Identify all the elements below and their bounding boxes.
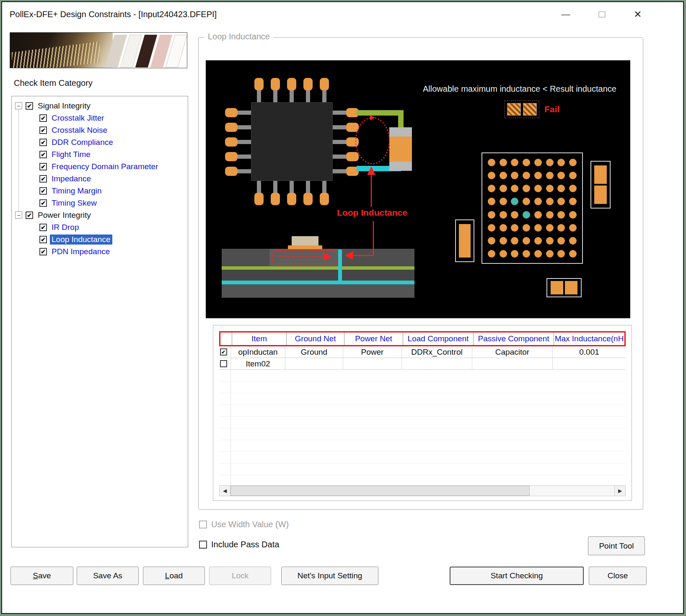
tree-item-label[interactable]: Impedance (50, 174, 93, 184)
checkbox-ir-drop[interactable]: ✔ (39, 224, 47, 231)
checkbox-pdn-impedance[interactable]: ✔ (39, 248, 47, 255)
pin-pad (225, 137, 238, 147)
pin-lead (333, 155, 346, 159)
table-row[interactable]: Item02 (219, 358, 626, 370)
tree-item-signal-integrity[interactable]: − ✔ Signal Integrity (12, 100, 188, 112)
tree-item-label[interactable]: DDR Compliance (50, 137, 115, 147)
checkbox-power-integrity[interactable]: ✔ (26, 211, 33, 219)
tree-item-crosstalk-noise[interactable]: ✔ Crosstalk Noise (12, 124, 188, 136)
ic-pins-top (254, 78, 329, 102)
tree-item-ddr-compliance[interactable]: ✔ DDR Compliance (12, 136, 188, 148)
save-as-button[interactable]: Save As (77, 567, 139, 585)
check-icon: ✔ (27, 103, 32, 109)
table-row[interactable]: ✔ opInductan Ground Power DDRx_Control C… (219, 346, 626, 358)
tree-item-impedance[interactable]: ✔ Impedance (12, 173, 188, 185)
close-button[interactable]: ✕ (626, 5, 649, 23)
row-checkbox[interactable] (220, 360, 227, 367)
tree-item-timing-margin[interactable]: ✔ Timing Margin (12, 185, 188, 197)
tree-item-label[interactable]: Crosstalk Jitter (50, 113, 106, 123)
collapse-icon[interactable]: − (15, 211, 22, 219)
bga-ball (523, 159, 530, 166)
tree-item-ir-drop[interactable]: ✔ IR Drop (12, 221, 188, 233)
close-dialog-button[interactable]: Close (589, 567, 647, 585)
tree-item-label[interactable]: Timing Skew (50, 198, 98, 208)
cell-passive-component[interactable] (472, 358, 553, 369)
pin-lead (333, 169, 346, 173)
header-ground-net[interactable]: Ground Net (287, 332, 344, 345)
tree-item-label[interactable]: Frequency Domain Parameter (50, 162, 160, 172)
tree-item-timing-skew[interactable]: ✔ Timing Skew (12, 197, 188, 209)
header-max-inductance[interactable]: Max Inductance(nH (554, 332, 624, 345)
cell-item[interactable]: Item02 (231, 358, 285, 369)
checkbox-signal-integrity[interactable]: ✔ (26, 102, 33, 110)
checkbox-timing-margin[interactable]: ✔ (39, 187, 47, 195)
check-icon: ✔ (41, 224, 46, 230)
tree-item-label[interactable]: Power Integrity (36, 210, 93, 220)
cell-power-net[interactable]: Power (343, 346, 402, 358)
cell-item[interactable]: opInductan (231, 346, 285, 358)
header-item[interactable]: Item (232, 332, 287, 345)
pin-pad (346, 152, 359, 161)
cell-ground-net[interactable]: Ground (285, 346, 343, 358)
tree-item-label[interactable]: IR Drop (50, 222, 80, 232)
cell-max-inductance[interactable] (553, 358, 626, 369)
header-load-component[interactable]: Load Component (403, 332, 474, 345)
component-pad (594, 186, 607, 204)
check-icon: ✔ (41, 152, 46, 157)
bga-ball (488, 224, 495, 232)
bga-ball (500, 185, 507, 192)
cell-power-net[interactable] (343, 358, 402, 369)
tree-item-label[interactable]: Timing Margin (50, 186, 104, 196)
scrollbar-track[interactable] (230, 486, 614, 496)
tree-item-label[interactable]: Signal Integrity (36, 101, 92, 111)
table-horizontal-scrollbar[interactable]: ◀ ▶ (219, 485, 626, 496)
checkbox-crosstalk-noise[interactable]: ✔ (39, 126, 47, 134)
checkbox-ddr-compliance[interactable]: ✔ (39, 139, 47, 146)
cell-ground-net[interactable] (285, 358, 343, 369)
minimize-button[interactable]: — (554, 5, 577, 23)
checkbox-frequency-domain-parameter[interactable]: ✔ (39, 163, 47, 170)
include-pass-data-checkbox[interactable] (199, 541, 207, 549)
header-passive-component[interactable]: Passive Component (474, 332, 554, 345)
cell-load-component[interactable]: DDRx_Control (402, 346, 472, 358)
scrollbar-thumb[interactable] (230, 486, 530, 496)
scroll-right-button[interactable]: ▶ (614, 486, 625, 496)
row-checkbox[interactable]: ✔ (220, 348, 227, 356)
tree-item-frequency-domain-parameter[interactable]: ✔ Frequency Domain Parameter (12, 160, 188, 173)
checkbox-flight-time[interactable]: ✔ (39, 151, 47, 158)
cell-load-component[interactable] (402, 358, 472, 369)
collapse-icon[interactable]: − (15, 102, 22, 109)
save-button[interactable]: Save (10, 567, 73, 585)
tree-item-loop-inductance[interactable]: ✔ Loop Inductance (12, 233, 188, 245)
checkbox-timing-skew[interactable]: ✔ (39, 199, 47, 207)
cell-max-inductance[interactable]: 0.001 (553, 346, 626, 358)
bga-ball (511, 172, 518, 179)
start-checking-button[interactable]: Start Checking (450, 567, 584, 585)
point-tool-button[interactable]: Point Tool (588, 536, 645, 555)
header-power-net[interactable]: Power Net (344, 332, 403, 345)
tree-item-crosstalk-jitter[interactable]: ✔ Crosstalk Jitter (12, 112, 188, 124)
tree-item-pdn-impedance[interactable]: ✔ PDN Impedance (12, 245, 188, 258)
nets-input-setting-button[interactable]: Net's Input Setting (281, 567, 378, 585)
check-icon: ✔ (41, 200, 46, 206)
tree-item-flight-time[interactable]: ✔ Flight Time (12, 148, 188, 160)
include-pass-data-label[interactable]: Include Pass Data (211, 540, 279, 549)
load-button[interactable]: Load (143, 567, 205, 585)
bga-ball (523, 237, 530, 245)
tree-item-label[interactable]: PDN Impedance (50, 247, 111, 257)
bga-ball (523, 198, 530, 205)
tree-item-label[interactable]: Loop Inductance (50, 235, 112, 245)
checkbox-loop-inductance[interactable]: ✔ (39, 236, 47, 243)
bga-ball (557, 224, 565, 232)
include-pass-data-option[interactable]: Include Pass Data (199, 540, 279, 549)
tree-item-label[interactable]: Crosstalk Noise (50, 125, 109, 135)
checkbox-crosstalk-jitter[interactable]: ✔ (39, 114, 47, 122)
checkbox-impedance[interactable]: ✔ (39, 175, 47, 183)
scroll-left-button[interactable]: ◀ (220, 486, 230, 496)
pin-lead (273, 181, 277, 193)
bga-ball-grid (481, 152, 583, 264)
bga-ball (488, 237, 495, 245)
cell-passive-component[interactable]: Capacitor (472, 346, 553, 358)
tree-item-label[interactable]: Flight Time (50, 149, 92, 160)
tree-item-power-integrity[interactable]: − ✔ Power Integrity (12, 209, 188, 221)
